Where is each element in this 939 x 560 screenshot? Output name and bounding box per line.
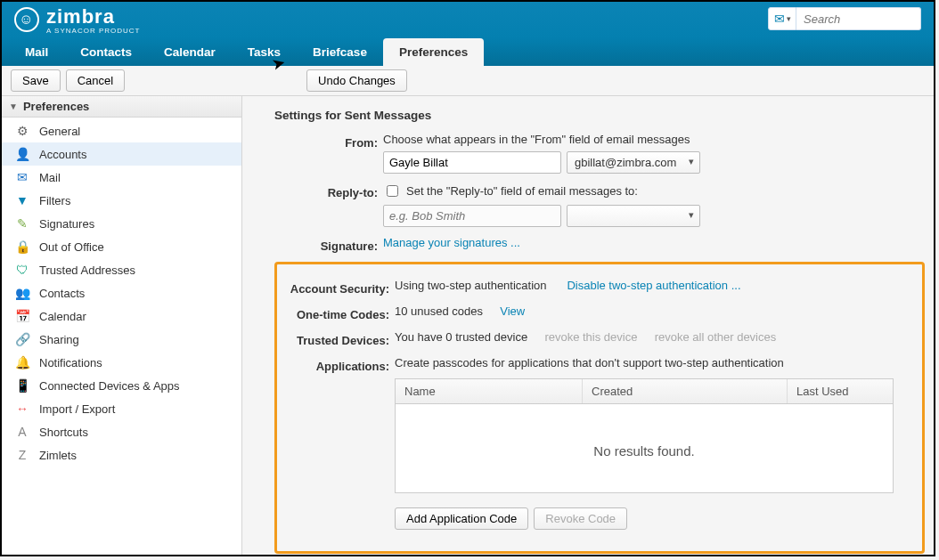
calendar-icon: 📅 bbox=[14, 308, 30, 324]
revoke-this-device: revoke this device bbox=[544, 330, 637, 344]
replyto-label: Reply-to: bbox=[274, 183, 383, 199]
sidebar-item-shortcuts[interactable]: AShortcuts bbox=[2, 420, 241, 443]
sidebar-header[interactable]: ▼ Preferences bbox=[2, 96, 241, 118]
sidebar-item-connected-devices-apps[interactable]: 📱Connected Devices & Apps bbox=[2, 374, 241, 397]
brand-tagline: A SYNACOR PRODUCT bbox=[46, 27, 140, 35]
sidebar-item-label: Shortcuts bbox=[39, 426, 88, 439]
revoke-all-devices: revoke all other devices bbox=[655, 330, 777, 344]
tab-preferences[interactable]: Preferences bbox=[383, 38, 484, 66]
replyto-email-dropdown[interactable] bbox=[567, 205, 700, 227]
sidebar-item-general[interactable]: ⚙General bbox=[2, 119, 241, 142]
sidebar-item-notifications[interactable]: 🔔Notifications bbox=[2, 351, 241, 374]
sidebar-item-zimlets[interactable]: ZZimlets bbox=[2, 443, 241, 467]
col-last-used: Last Used bbox=[788, 379, 893, 403]
table-empty: No results found. bbox=[396, 404, 893, 492]
sidebar-item-mail[interactable]: ✉Mail bbox=[2, 166, 241, 189]
trusted-devices-status: You have 0 trusted device bbox=[395, 330, 527, 344]
sidebar-item-filters[interactable]: ▼Filters bbox=[2, 189, 241, 212]
notifications-icon: 🔔 bbox=[14, 354, 30, 370]
sidebar-item-label: Contacts bbox=[39, 287, 85, 300]
undo-changes-button[interactable]: Undo Changes bbox=[306, 69, 407, 92]
sidebar-list: ⚙General👤Accounts✉Mail▼Filters✎Signature… bbox=[2, 118, 241, 468]
sidebar-title: Preferences bbox=[23, 100, 89, 113]
trusted-addresses-icon: 🛡 bbox=[14, 262, 30, 278]
account-security-status: Using two-step authentication bbox=[395, 279, 547, 292]
sidebar-item-sharing[interactable]: 🔗Sharing bbox=[2, 328, 241, 351]
search-scope-dropdown[interactable]: ✉ ▾ bbox=[768, 7, 796, 30]
brand-logo: ☺ zimbra A SYNACOR PRODUCT bbox=[14, 5, 140, 35]
tab-contacts[interactable]: Contacts bbox=[64, 38, 148, 66]
brand-name: zimbra bbox=[46, 5, 115, 28]
onetime-codes-status: 10 unused codes bbox=[395, 304, 483, 318]
applications-table: Name Created Last Used No results found. bbox=[395, 378, 894, 493]
envelope-icon: ✉ bbox=[774, 12, 785, 26]
applications-desc: Create passcodes for applications that d… bbox=[395, 356, 913, 369]
account-security-label: Account Security: bbox=[286, 279, 395, 296]
sidebar-item-label: General bbox=[39, 125, 80, 138]
sidebar-item-label: Trusted Addresses bbox=[39, 264, 135, 277]
tab-tasks[interactable]: Tasks bbox=[232, 38, 297, 66]
from-label: From: bbox=[274, 133, 383, 150]
from-email-dropdown[interactable]: gbillat@zimbra.com bbox=[567, 151, 700, 174]
sidebar-item-label: Zimlets bbox=[39, 449, 77, 462]
manage-signatures-link[interactable]: Manage your signatures ... bbox=[383, 236, 925, 249]
save-button[interactable]: Save bbox=[11, 69, 61, 92]
main-nav: Mail Contacts Calendar Tasks Briefcase P… bbox=[2, 37, 934, 66]
sidebar-item-import-export[interactable]: ↔Import / Export bbox=[2, 397, 241, 420]
sidebar-item-label: Notifications bbox=[39, 356, 102, 369]
general-icon: ⚙ bbox=[14, 123, 30, 139]
zimlets-icon: Z bbox=[14, 447, 30, 463]
view-codes-link[interactable]: View bbox=[500, 304, 525, 318]
signatures-icon: ✎ bbox=[14, 215, 30, 231]
from-desc: Choose what appears in the "From" field … bbox=[383, 133, 925, 146]
search-area: ✉ ▾ bbox=[768, 7, 921, 30]
disable-2fa-link[interactable]: Disable two-step authentication ... bbox=[567, 279, 740, 292]
mail-icon: ✉ bbox=[14, 169, 30, 185]
sidebar-item-out-of-office[interactable]: 🔒Out of Office bbox=[2, 235, 241, 258]
applications-label: Applications: bbox=[286, 356, 395, 373]
onetime-codes-label: One-time Codes: bbox=[286, 304, 395, 321]
sidebar-item-label: Import / Export bbox=[39, 402, 115, 416]
security-section: Account Security: Using two-step authent… bbox=[274, 262, 925, 554]
contacts-icon: 👥 bbox=[14, 285, 30, 301]
replyto-checkbox[interactable] bbox=[387, 185, 398, 197]
sidebar-item-signatures[interactable]: ✎Signatures bbox=[2, 212, 241, 235]
signature-label: Signature: bbox=[274, 236, 383, 253]
shortcuts-icon: A bbox=[14, 424, 30, 440]
tab-briefcase[interactable]: Briefcase bbox=[297, 38, 383, 66]
trusted-devices-label: Trusted Devices: bbox=[286, 330, 395, 347]
sidebar-item-label: Connected Devices & Apps bbox=[39, 379, 180, 393]
sharing-icon: 🔗 bbox=[14, 331, 30, 347]
revoke-code-button: Revoke Code bbox=[534, 507, 627, 530]
replyto-checkbox-label: Set the "Reply-to" field of email messag… bbox=[406, 184, 638, 198]
out-of-office-icon: 🔒 bbox=[14, 239, 30, 255]
replyto-name-input[interactable] bbox=[383, 205, 561, 227]
caret-down-icon: ▾ bbox=[787, 14, 791, 23]
sidebar-item-label: Filters bbox=[39, 194, 70, 207]
content: Settings for Sent Messages From: Choose … bbox=[242, 96, 934, 555]
sidebar-item-trusted-addresses[interactable]: 🛡Trusted Addresses bbox=[2, 258, 241, 281]
tab-calendar[interactable]: Calendar bbox=[148, 38, 232, 66]
section-title: Settings for Sent Messages bbox=[274, 109, 925, 122]
import-export-icon: ↔ bbox=[14, 401, 30, 417]
sidebar-item-label: Calendar bbox=[39, 310, 86, 323]
sidebar-item-accounts[interactable]: 👤Accounts bbox=[2, 142, 241, 166]
from-name-input[interactable] bbox=[383, 151, 561, 174]
sidebar-item-label: Sharing bbox=[39, 333, 79, 346]
sidebar-item-label: Out of Office bbox=[39, 240, 104, 254]
sidebar-item-calendar[interactable]: 📅Calendar bbox=[2, 304, 241, 328]
accounts-icon: 👤 bbox=[14, 146, 30, 162]
sidebar-item-contacts[interactable]: 👥Contacts bbox=[2, 281, 241, 304]
sidebar: ▼ Preferences ⚙General👤Accounts✉Mail▼Fil… bbox=[2, 96, 242, 555]
sidebar-item-label: Mail bbox=[39, 171, 61, 184]
toolbar: Save Cancel Undo Changes bbox=[2, 66, 934, 96]
caret-down-icon: ▼ bbox=[9, 101, 18, 111]
cancel-button[interactable]: Cancel bbox=[66, 69, 125, 92]
col-name: Name bbox=[396, 379, 583, 403]
search-input[interactable] bbox=[796, 7, 921, 30]
connected-devices-apps-icon: 📱 bbox=[14, 377, 30, 394]
top-bar: ☺ zimbra A SYNACOR PRODUCT ✉ ▾ bbox=[2, 2, 934, 37]
sidebar-item-label: Signatures bbox=[39, 217, 94, 231]
add-application-code-button[interactable]: Add Application Code bbox=[395, 507, 528, 530]
tab-mail[interactable]: Mail bbox=[9, 38, 64, 66]
